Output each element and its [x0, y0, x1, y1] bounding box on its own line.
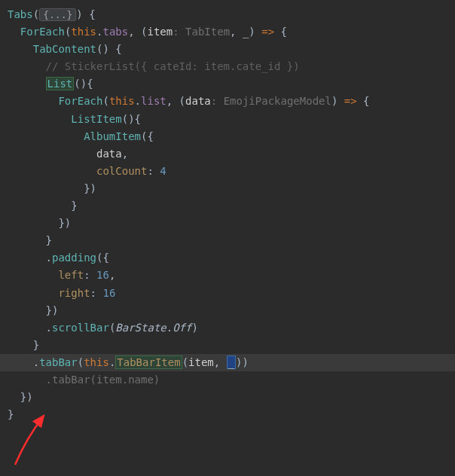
code-line-14: } — [0, 232, 455, 249]
enum-barstate: BarState — [115, 322, 166, 334]
code-line-11: }) — [0, 180, 455, 197]
arg-item: item — [188, 356, 214, 368]
code-line-3: TabContent() { — [0, 41, 455, 58]
call-tabs: Tabs — [8, 8, 33, 20]
field-list: list — [141, 95, 166, 107]
code-line-18: }) — [0, 302, 455, 319]
code-line-20: } — [0, 337, 455, 354]
param-data: data — [185, 95, 211, 107]
num-right: 16 — [102, 287, 115, 299]
call-foreach-inner: ForEach — [58, 95, 102, 107]
arrow-fn-2: => — [344, 95, 357, 107]
code-line-23: }) — [0, 389, 455, 406]
code-line-9: data, — [0, 145, 455, 163]
code-line-6: ForEach(this.list, (data: EmojiPackageMo… — [0, 93, 455, 110]
call-albumitem: AlbumItem — [84, 130, 141, 142]
code-line-8: AlbumItem({ — [0, 128, 455, 145]
enum-off: Off — [173, 322, 191, 334]
type-hint-tabitem: : TabItem — [173, 26, 230, 38]
field-tabs: tabs — [102, 26, 128, 38]
call-listitem: ListItem — [71, 113, 121, 125]
code-line-13: }) — [0, 215, 455, 232]
folded-args-icon[interactable]: {...} — [39, 8, 76, 21]
code-line-22: .tabBar(item.name) — [0, 371, 455, 389]
code-line-10: colCount: 4 — [0, 163, 455, 180]
code-line-5: List(){ — [0, 75, 455, 93]
code-line-19: .scrollBar(BarState.Off) — [0, 319, 455, 337]
prop-right: right — [58, 287, 90, 299]
prop-left: left — [58, 269, 84, 281]
prop-colcount: colCount — [96, 165, 147, 177]
code-line-4: // StickerList({ cateId: item.cate_id }) — [0, 58, 455, 75]
kw-this: this — [71, 26, 96, 38]
kw-this-3: this — [84, 356, 109, 368]
code-line-15: .padding({ — [0, 249, 455, 267]
kw-this-2: this — [109, 95, 135, 107]
code-line-16: left: 16, — [0, 267, 455, 284]
call-list: List — [46, 77, 75, 90]
num-4: 4 — [160, 165, 166, 177]
code-line-12: } — [0, 197, 455, 215]
code-line-2: ForEach(this.tabs, (item: TabItem, _) =>… — [0, 23, 455, 41]
method-padding: padding — [52, 252, 96, 264]
call-tabcontent: TabContent — [33, 43, 96, 55]
dim-tabbar-alt: .tabBar(item.name) — [46, 374, 160, 386]
method-scrollbar: scrollBar — [52, 322, 109, 334]
type-hint-emoji: : EmojiPackageModel — [211, 95, 331, 107]
arg-underscore-selected: _ — [227, 355, 236, 369]
param-item: item — [147, 26, 173, 38]
method-tabbar: tabBar — [39, 356, 78, 368]
code-line-21-highlighted: .tabBar(this.TabBarItem(item, _)) — [0, 354, 455, 371]
code-line-1: Tabs({...}) { — [0, 6, 455, 23]
call-tabbaritem: TabBarItem — [115, 355, 182, 369]
arrow-fn: => — [261, 26, 274, 38]
code-line-7: ListItem(){ — [0, 111, 455, 128]
call-foreach: ForEach — [20, 26, 65, 38]
prop-data: data — [96, 148, 122, 160]
code-line-17: right: 16 — [0, 285, 455, 302]
comment-stickerlist: // StickerList({ cateId: item.cate_id }) — [46, 60, 300, 72]
code-editor[interactable]: Tabs({...}) { ForEach(this.tabs, (item: … — [0, 6, 455, 423]
code-line-24: } — [0, 406, 455, 423]
num-left: 16 — [96, 269, 109, 281]
